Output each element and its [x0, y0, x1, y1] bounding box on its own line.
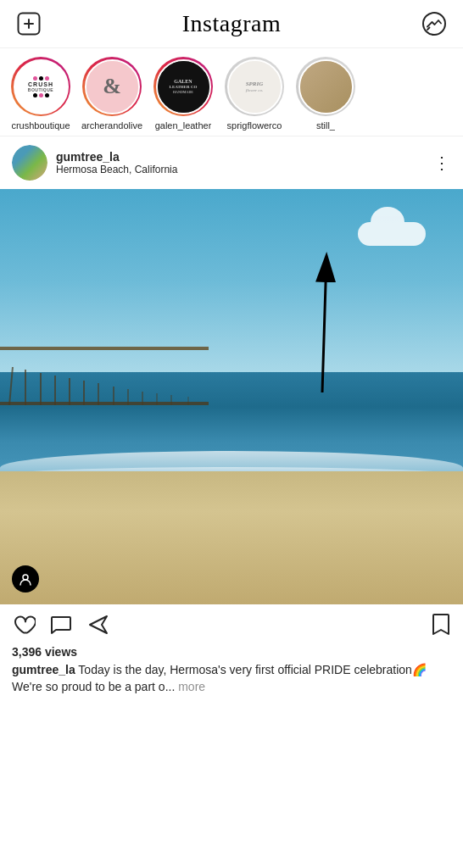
- sand: [0, 471, 463, 604]
- story-username-galenleather: galen_leather: [155, 120, 212, 131]
- story-username-crushboutique: crushboutique: [11, 120, 70, 131]
- post-header: gumtree_la Hermosa Beach, California ⋮: [0, 136, 463, 189]
- story-avatar-galenleather: GALEN LEATHER CO HANDMADE: [156, 59, 211, 114]
- story-item-crushboutique[interactable]: CRUSH BOUTIQUE crushboutique: [7, 57, 75, 131]
- story-username-still: still_: [316, 120, 335, 131]
- svg-point-6: [23, 575, 28, 580]
- story-avatar-still: [298, 59, 354, 114]
- pier: [0, 347, 209, 405]
- post-username[interactable]: gumtree_la: [56, 150, 433, 164]
- story-avatar-crushboutique: CRUSH BOUTIQUE: [14, 59, 69, 114]
- share-button[interactable]: [86, 613, 110, 637]
- caption-username[interactable]: gumtree_la: [12, 663, 75, 676]
- story-item-archerandolive[interactable]: & archerandolive: [78, 57, 146, 131]
- story-item-sprigflowerco[interactable]: SPRIG flower co. sprigflowerco: [220, 57, 288, 131]
- story-avatar-archerandolive: &: [85, 59, 140, 114]
- story-item-galenleather[interactable]: GALEN LEATHER CO HANDMADE galen_leather: [149, 57, 217, 131]
- post-user-info: gumtree_la Hermosa Beach, California: [56, 150, 433, 175]
- new-post-button[interactable]: [14, 8, 44, 39]
- post-actions: [0, 604, 463, 645]
- messenger-button[interactable]: [419, 8, 449, 39]
- app-header: Instagram: [0, 0, 463, 48]
- post-user-avatar[interactable]: [12, 145, 47, 181]
- views-count: 3,396 views: [12, 645, 451, 659]
- save-button[interactable]: [431, 613, 451, 637]
- like-button[interactable]: [12, 613, 36, 637]
- cloud: [358, 222, 426, 246]
- story-username-archerandolive: archerandolive: [81, 120, 142, 131]
- post-image: [0, 189, 463, 604]
- story-ring-galenleather: GALEN LEATHER CO HANDMADE: [153, 57, 213, 116]
- post-caption: gumtree_la Today is the day, Hermosa's v…: [12, 662, 451, 695]
- story-item-still[interactable]: still_: [292, 57, 360, 131]
- story-ring-sprigflowerco: SPRIG flower co.: [225, 57, 284, 116]
- post-menu-button[interactable]: ⋮: [433, 153, 451, 173]
- post-location: Hermosa Beach, California: [56, 164, 433, 175]
- post-actions-left: [12, 613, 110, 637]
- story-avatar-sprigflowerco: SPRIG flower co.: [227, 59, 282, 114]
- story-ring-still: [296, 57, 355, 116]
- story-ring-crushboutique: CRUSH BOUTIQUE: [11, 57, 70, 116]
- story-username-sprigflowerco: sprigflowerco: [227, 120, 282, 131]
- stories-row: CRUSH BOUTIQUE crushboutique &: [0, 48, 463, 136]
- story-viewer-icon[interactable]: [12, 565, 39, 593]
- comment-button[interactable]: [49, 613, 73, 637]
- beach-scene: [0, 189, 463, 604]
- post-content: 3,396 views gumtree_la Today is the day,…: [0, 645, 463, 704]
- caption-more-link[interactable]: more: [178, 680, 205, 693]
- story-ring-archerandolive: &: [82, 57, 142, 116]
- app-title: Instagram: [182, 10, 281, 37]
